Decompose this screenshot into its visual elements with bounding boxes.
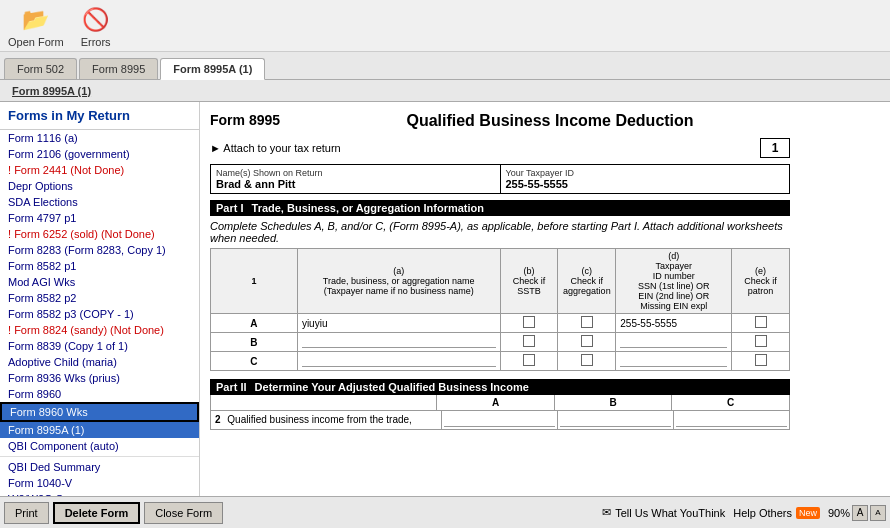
sidebar-item-modagi[interactable]: Mod AGI Wks bbox=[0, 274, 199, 290]
print-button[interactable]: Print bbox=[4, 502, 49, 524]
sidebar-item-form8995a[interactable]: Form 8995A (1) bbox=[0, 422, 199, 438]
zoom-value: 90% bbox=[828, 507, 850, 519]
form-header: Form 8995 Qualified Business Income Dedu… bbox=[210, 112, 790, 130]
tab-form8995a[interactable]: Form 8995A (1) bbox=[160, 58, 265, 80]
sidebar-title: Forms in My Return bbox=[0, 102, 199, 130]
row-c-sstb-cell[interactable] bbox=[500, 352, 558, 371]
sidebar: Forms in My Return Form 1116 (a) Form 21… bbox=[0, 102, 200, 496]
part2-row2-label: 2 Qualified business income from the tra… bbox=[211, 411, 442, 429]
col-b-header: (b)Check ifSSTB bbox=[500, 249, 558, 314]
part2-title: Determine Your Adjusted Qualified Busine… bbox=[255, 381, 529, 393]
col-a-label: (a)Trade, business, or aggregation name(… bbox=[302, 266, 496, 296]
form-page-number: 1 bbox=[760, 138, 790, 158]
sidebar-item-form2106[interactable]: Form 2106 (government) bbox=[0, 146, 199, 162]
new-badge: New bbox=[796, 507, 820, 519]
part2-row2-b[interactable] bbox=[558, 411, 674, 429]
row-b-sstb-checkbox[interactable] bbox=[523, 335, 535, 347]
sidebar-item-qbi-ded[interactable]: QBI Ded Summary bbox=[0, 459, 199, 475]
close-form-button[interactable]: Close Form bbox=[144, 502, 223, 524]
row-b-agg-checkbox[interactable] bbox=[581, 335, 593, 347]
sidebar-item-form2441[interactable]: Form 2441 (Not Done) bbox=[0, 162, 199, 178]
part2-col-c: C bbox=[672, 395, 789, 410]
row-b-patron-cell[interactable] bbox=[732, 333, 790, 352]
delete-form-button[interactable]: Delete Form bbox=[53, 502, 141, 524]
tab-form8995[interactable]: Form 8995 bbox=[79, 58, 158, 79]
sidebar-item-sda[interactable]: SDA Elections bbox=[0, 194, 199, 210]
tab-bar: Form 502 Form 8995 Form 8995A (1) bbox=[0, 52, 890, 80]
row-c-name-input[interactable] bbox=[302, 355, 496, 367]
row-c-agg-checkbox[interactable] bbox=[581, 354, 593, 366]
sidebar-item-form8582p3[interactable]: Form 8582 p3 (COPY - 1) bbox=[0, 306, 199, 322]
row-a-sstb-checkbox[interactable] bbox=[523, 316, 535, 328]
row-b-patron-checkbox[interactable] bbox=[755, 335, 767, 347]
sidebar-item-form8824[interactable]: Form 8824 (sandy) (Not Done) bbox=[0, 322, 199, 338]
part2-columns: A B C bbox=[210, 395, 790, 411]
zoom-in-button[interactable]: A bbox=[852, 505, 868, 521]
col-c-header: (c)Check ifaggregation bbox=[558, 249, 616, 314]
sidebar-item-form6252[interactable]: Form 6252 (sold) (Not Done) bbox=[0, 226, 199, 242]
sidebar-item-form8839[interactable]: Form 8839 (Copy 1 of 1) bbox=[0, 338, 199, 354]
row-c-id-input[interactable] bbox=[620, 355, 727, 367]
tab-form502[interactable]: Form 502 bbox=[4, 58, 77, 79]
sidebar-item-form8582p1[interactable]: Form 8582 p1 bbox=[0, 258, 199, 274]
row-a-agg-checkbox[interactable] bbox=[581, 316, 593, 328]
part2-col-b: B bbox=[555, 395, 673, 410]
form-attach-text: ► Attach to your tax return bbox=[210, 142, 341, 154]
row-c-taxpayer-id[interactable] bbox=[616, 352, 732, 371]
errors-button[interactable]: 🚫 Errors bbox=[80, 4, 112, 48]
row-b-id: B bbox=[211, 333, 298, 352]
sidebar-divider bbox=[0, 456, 199, 457]
open-form-icon: 📂 bbox=[20, 4, 52, 36]
row-a-agg-cell[interactable] bbox=[558, 314, 616, 333]
toolbar: 📂 Open Form 🚫 Errors bbox=[0, 0, 890, 52]
part2-row2-b-input[interactable] bbox=[560, 415, 671, 427]
subtab-form8995a1[interactable]: Form 8995A (1) bbox=[4, 84, 99, 98]
col-e-header: (e)Check ifpatron bbox=[732, 249, 790, 314]
row-a-patron-cell[interactable] bbox=[732, 314, 790, 333]
sidebar-item-adoptive[interactable]: Adoptive Child (maria) bbox=[0, 354, 199, 370]
name-label: Name(s) Shown on Return bbox=[216, 168, 495, 178]
sidebar-item-form8960[interactable]: Form 8960 bbox=[0, 386, 199, 402]
row-c-patron-cell[interactable] bbox=[732, 352, 790, 371]
row-b-id-input[interactable] bbox=[620, 336, 727, 348]
row-b-name-input[interactable] bbox=[302, 336, 496, 348]
sidebar-item-form4797[interactable]: Form 4797 p1 bbox=[0, 210, 199, 226]
row-a-sstb-cell[interactable] bbox=[500, 314, 558, 333]
form-name-cell: Name(s) Shown on Return Brad & ann Pitt bbox=[211, 165, 501, 193]
table-row: C bbox=[211, 352, 790, 371]
tell-us-link[interactable]: ✉ Tell Us What YouThink bbox=[602, 506, 725, 519]
row-b-name[interactable] bbox=[297, 333, 500, 352]
row-b-taxpayer-id[interactable] bbox=[616, 333, 732, 352]
sidebar-item-depr[interactable]: Depr Options bbox=[0, 178, 199, 194]
sidebar-item-form1040v[interactable]: Form 1040-V bbox=[0, 475, 199, 491]
sidebar-item-form8936wks[interactable]: Form 8936 Wks (prius) bbox=[0, 370, 199, 386]
zoom-out-button[interactable]: A bbox=[870, 505, 886, 521]
tell-us-icon: ✉ bbox=[602, 506, 611, 519]
row-c-sstb-checkbox[interactable] bbox=[523, 354, 535, 366]
row-c-agg-cell[interactable] bbox=[558, 352, 616, 371]
help-others-link[interactable]: Help Others New bbox=[733, 507, 820, 519]
sidebar-item-form8960wks[interactable]: Form 8960 Wks bbox=[0, 402, 199, 422]
row-c-id: C bbox=[211, 352, 298, 371]
sidebar-item-qbi-component[interactable]: QBI Component (auto) bbox=[0, 438, 199, 454]
sidebar-item-form1116a[interactable]: Form 1116 (a) bbox=[0, 130, 199, 146]
form-attach-row: ► Attach to your tax return 1 bbox=[210, 138, 790, 158]
row-a-id: A bbox=[211, 314, 298, 333]
part2-row2-text: Qualified business income from the trade… bbox=[227, 414, 412, 425]
sidebar-item-form8582p2[interactable]: Form 8582 p2 bbox=[0, 290, 199, 306]
part2-row2-c[interactable] bbox=[674, 411, 789, 429]
row-a-name: yiuyiu bbox=[297, 314, 500, 333]
part2-row2-c-input[interactable] bbox=[676, 415, 787, 427]
row-c-patron-checkbox[interactable] bbox=[755, 354, 767, 366]
open-form-button[interactable]: 📂 Open Form bbox=[8, 4, 64, 48]
part1-header: Part I Trade, Business, or Aggregation I… bbox=[210, 200, 790, 216]
part2-row2-a[interactable] bbox=[442, 411, 558, 429]
row-c-name[interactable] bbox=[297, 352, 500, 371]
sidebar-item-form8283[interactable]: Form 8283 (Form 8283, Copy 1) bbox=[0, 242, 199, 258]
col-num-header: 1 bbox=[211, 249, 298, 314]
status-right: ✉ Tell Us What YouThink Help Others New … bbox=[602, 505, 886, 521]
row-a-patron-checkbox[interactable] bbox=[755, 316, 767, 328]
row-b-sstb-cell[interactable] bbox=[500, 333, 558, 352]
row-b-agg-cell[interactable] bbox=[558, 333, 616, 352]
part2-row2-a-input[interactable] bbox=[444, 415, 555, 427]
